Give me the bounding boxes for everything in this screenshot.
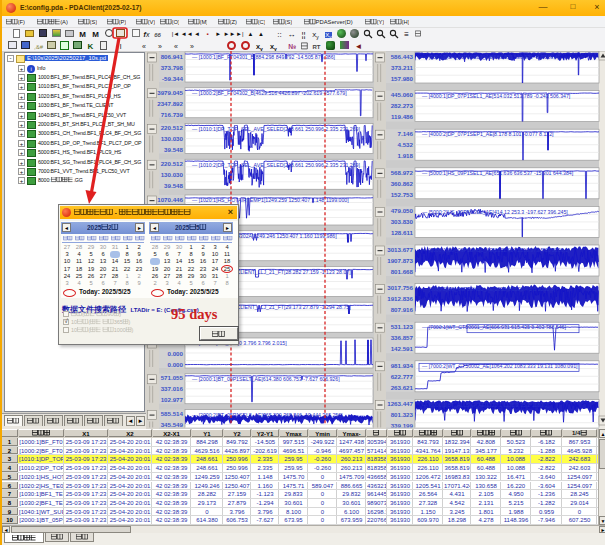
svg-text:5: 5 [196,224,200,231]
svg-text:-: - [113,209,119,216]
svg-text:2025: 2025 [87,224,102,231]
svg-text:128.611: 128.611 [391,229,414,236]
svg-text:— [7000:2]WT_CT50002_AE[1064.2: — [7000:2]WT_CT50002_AE[1064.202 1083.33… [422,363,578,369]
svg-text:7.146: 7.146 [398,130,414,137]
svg-text:39.548: 39.548 [164,182,183,189]
svg-text:0.000: 0.000 [168,361,184,368]
svg-text:102.977: 102.977 [161,396,184,403]
svg-text:— [2000:1]BT_09P1SELT_AE[614.3: — [2000:1]BT_09P1SELT_AE[614.380 606.753… [192,376,340,382]
svg-text:806.941: 806.941 [161,53,184,60]
svg-text:585.514: 585.514 [161,410,184,417]
svg-text:1263.447: 1263.447 [387,400,413,407]
svg-text:622.777: 622.777 [391,373,414,380]
svg-text:4.532: 4.532 [398,141,414,148]
svg-text:— [1000:2]BF_FT04302_B[4629.51: — [1000:2]BF_FT04302_B[4629.516 4426.897… [192,90,347,96]
svg-text:337.016: 337.016 [161,385,184,392]
svg-text:345.549: 345.549 [161,421,184,428]
svg-text:): ) [132,327,134,333]
svg-text:479.050: 479.050 [391,207,414,214]
svg-text:3013.677: 3013.677 [387,246,413,253]
svg-text:90: 90 [108,311,114,317]
svg-text:981.934: 981.934 [391,362,414,369]
svg-text:(Z): (Z) [230,19,237,25]
svg-text:445.060: 445.060 [391,91,414,98]
svg-text:-59.344: -59.344 [162,75,184,82]
svg-text:1907.873: 1907.873 [387,257,413,264]
svg-text:10: 10 [71,319,77,325]
svg-text:119.486: 119.486 [391,113,414,120]
svg-text:1000: 1000 [114,327,126,333]
svg-text:568.972: 568.972 [391,169,414,176]
svg-text:— [8000:1]BT_ALLSIG_AE[1120.1: — [8000:1]BT_ALLSIG_AE[1120.1 1135.3 15.… [422,402,549,408]
svg-text:1/4: 1/4 [572,430,581,436]
svg-text:— [4000:2]DP_07P1SEP1_AE[8.178: — [4000:2]DP_07P1SEP1_AE[8.178 8.101 -0.… [422,131,554,137]
svg-text:365: 365 [114,319,123,325]
svg-text:(: ( [88,327,90,333]
svg-text:— [1010:2]DP_TOP_SEL_AVE_SELED: — [1010:2]DP_TOP_SEL_AVE_SELED[248.661 2… [192,162,361,168]
svg-text:— [4000:1]DP_07P1SEL1_AE[514.0: — [4000:1]DP_07P1SEL1_AE[514.032 513.789… [422,93,571,99]
svg-text:303.830: 303.830 [391,218,414,225]
svg-text:2: 2 [108,224,112,231]
svg-text:): ) [119,311,121,317]
svg-text:— [1010:1]DP_TOP_SEL_AVE_SELED: — [1010:1]DP_TOP_SEL_AVE_SELED[248.661 2… [192,126,361,132]
svg-text:1070.446: 1070.446 [157,196,183,203]
svg-text:— [1000:1]BF_FT04301_B[884.298: — [1000:1]BF_FT04301_B[884.298 849.792 -… [192,54,336,60]
svg-text:130.030: 130.030 [161,135,184,142]
svg-text:3979.045: 3979.045 [157,89,183,96]
svg-text:0.000: 0.000 [168,350,184,357]
svg-text:2347.892: 2347.892 [157,100,183,107]
svg-text:(A): (A) [60,19,68,25]
svg-text:2025: 2025 [175,224,190,231]
svg-text:220.512: 220.512 [161,124,184,131]
svg-text:1912.836: 1912.836 [387,295,413,302]
svg-text:373.798: 373.798 [161,64,184,71]
svg-text:(V): (V) [148,19,155,25]
svg-text:— [5000:1]HS_09P1SEL1_AE[651.6: — [5000:1]HS_09P1SEL1_AE[651.636 636.537… [422,170,574,176]
svg-text:801.668: 801.668 [391,268,414,275]
svg-text:(M): (M) [200,19,207,25]
svg-text:586.443: 586.443 [391,53,414,60]
svg-text:— [3000:2]CH_09P1SEL1_AE[586.0: — [3000:2]CH_09P1SEL1_AE[586.031 586.331… [422,54,560,60]
svg-text:157.980: 157.980 [391,75,414,82]
svg-text:807.916: 807.916 [391,306,414,313]
svg-text:— [2000:2]BT_05P1SEL2_AE[365.2: — [2000:2]BT_05P1SEL2_AE[365.290 365.846… [192,412,343,418]
svg-text:(P): (P) [119,19,126,25]
svg-text:1.918: 1.918 [398,152,414,159]
svg-text:263.621: 263.621 [391,384,414,391]
svg-text:(Y): (Y) [377,19,384,25]
svg-text:571.055: 571.055 [161,374,184,381]
svg-text:— [6000:2]SG_09P1SHB2_AE[2015.: — [6000:2]SG_09P1SHB2_AE[2015.3 2520.4 5… [422,286,556,292]
svg-text:(: ( [88,319,90,325]
svg-text:(: ( [82,311,84,317]
svg-text:531.123: 531.123 [391,323,414,330]
svg-text:10: 10 [71,327,77,333]
svg-text:(S): (S) [285,19,292,25]
svg-text:130.030: 130.030 [161,171,184,178]
svg-text:— [7000:1]WT_CT50001_AE[606.03: — [7000:1]WT_CT50001_AE[606.031 615.435 … [422,324,566,330]
svg-text:360.862: 360.862 [391,180,414,187]
svg-text:PDAServer(D): PDAServer(D) [316,19,353,25]
svg-text:): ) [128,319,130,325]
svg-text:(F): (F) [18,19,25,25]
svg-text:(O): (O) [172,19,179,25]
svg-text:39.548: 39.548 [164,146,183,153]
svg-text:801.323: 801.323 [391,411,414,418]
svg-text:— [5000:2]HS_09PAVSEL_AE[414.1: — [5000:2]HS_09PAVSEL_AE[414.12 253.3 -1… [422,209,568,215]
svg-text:336.857: 336.857 [391,334,414,341]
svg-text:220.512: 220.512 [161,160,184,167]
svg-text:(S): (S) [90,19,97,25]
svg-text:— [6000:1]SG_09P1SHB1_AE[2011.: — [6000:1]SG_09P1SHB1_AE[2011.614 2516.9… [422,247,570,253]
svg-text:373.211: 373.211 [391,64,414,71]
svg-text:(H): (H) [402,19,409,25]
svg-text:152.753: 152.753 [391,191,414,198]
svg-text:(C): (C) [258,19,265,25]
svg-text:282.273: 282.273 [391,102,414,109]
svg-text:716.739: 716.739 [161,111,184,118]
svg-text:3017.756: 3017.756 [387,284,413,291]
svg-text:142.591: 142.591 [391,345,414,352]
